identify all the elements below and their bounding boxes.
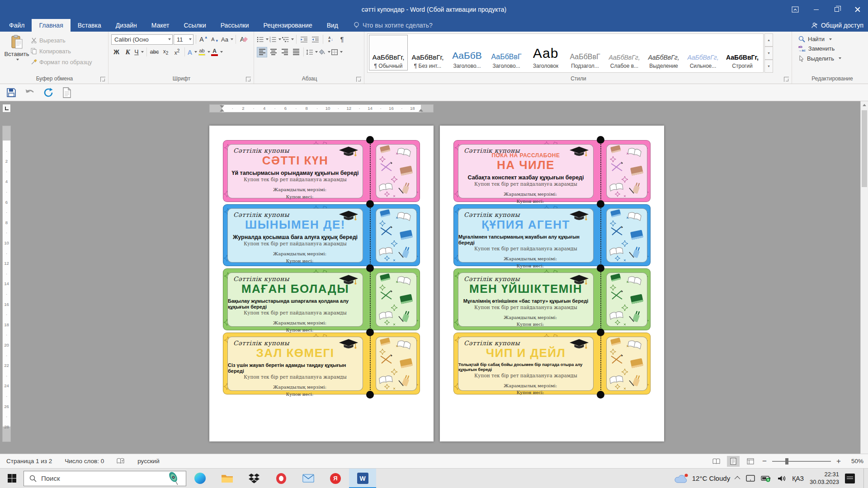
tab-файл[interactable]: Файл (2, 19, 32, 32)
read-mode-button[interactable] (710, 456, 722, 467)
start-button[interactable] (0, 469, 24, 488)
restore-button[interactable] (826, 0, 847, 19)
style-gallery-item[interactable]: АаБбВвГ Подзагол... (566, 35, 604, 70)
tell-me-box[interactable]: Что вы хотите сделать? (354, 19, 433, 32)
subscript-button[interactable]: х2 (160, 47, 171, 57)
styles-more-button[interactable]: ▼ (764, 60, 773, 73)
style-gallery-item[interactable]: АаБбВвГг, Строгий (723, 35, 762, 70)
format-painter-button[interactable]: Формат по образцу (31, 57, 92, 66)
paragraph-dialog-launcher[interactable] (356, 77, 361, 82)
scroll-up-arrow[interactable] (861, 101, 868, 108)
proofing-icon[interactable] (117, 458, 125, 465)
taskbar-yandex-button[interactable]: Я (322, 469, 349, 488)
font-color-button[interactable]: А (211, 47, 223, 57)
vertical-ruler[interactable]: ·2·4·6·8·10·12·14·16·18·20·22·24·26·28 (2, 126, 11, 442)
tablet-mode-icon[interactable] (746, 475, 755, 482)
ribbon-display-options-button[interactable] (785, 0, 806, 19)
weather-widget[interactable]: 12°C Cloudy (674, 474, 730, 483)
taskbar-word-button[interactable]: W (349, 469, 376, 488)
horizontal-ruler[interactable]: ·2·4·6·8·10·12·14·16·18 (209, 104, 434, 113)
clipboard-dialog-launcher[interactable] (100, 77, 105, 82)
align-center-button[interactable] (268, 47, 278, 57)
cut-button[interactable]: Вырезать (31, 36, 92, 45)
shading-button[interactable] (319, 47, 330, 57)
italic-button[interactable]: К (123, 47, 133, 57)
taskbar-search-input[interactable]: Поиск (24, 471, 186, 486)
borders-button[interactable] (331, 47, 343, 57)
taskbar-file-explorer-button[interactable] (213, 469, 241, 488)
tab-stop-selector[interactable] (2, 104, 11, 113)
copy-button[interactable]: Копировать (31, 47, 92, 56)
font-family-combo[interactable]: Calibri (Осно (111, 34, 173, 45)
taskbar-opera-button[interactable] (268, 469, 295, 488)
style-gallery-item[interactable]: АаБбВвГг, Сильное... (684, 35, 722, 70)
style-gallery-item[interactable]: АаБбВ Заголово... (448, 35, 486, 70)
underline-button[interactable]: Ч (134, 47, 144, 57)
coupon-green-page1[interactable]: Сәттілік купоны МАҒАН БОЛАДЫ Бақылау жұм… (223, 268, 420, 330)
align-right-button[interactable] (279, 47, 290, 57)
zoom-slider-thumb[interactable] (785, 458, 788, 465)
style-gallery-item[interactable]: Ааb Заголовок (526, 35, 565, 70)
change-case-button[interactable]: Аа (221, 34, 233, 45)
speaker-volume-icon[interactable] (778, 475, 786, 482)
style-gallery-item[interactable]: АаБбВвГг, Слабое в... (605, 35, 644, 70)
undo-icon[interactable] (24, 88, 35, 97)
coupon-yellow-page2[interactable]: Сәттілік купоны ЧИП И ДЕЙЛ Толықтай бір … (453, 333, 651, 394)
clear-formatting-button[interactable]: А (238, 34, 249, 45)
coupon-pink-page2[interactable]: Сәттілік купоны ПОКА НА РАССЛАБОНЕ НА ЧИ… (453, 140, 651, 202)
styles-scroll-up-button[interactable]: ▲ (764, 33, 773, 47)
style-gallery-item[interactable]: АаБбВвГг, ¶ Без инт... (408, 35, 447, 70)
tab-ссылки[interactable]: Ссылки (176, 19, 213, 32)
justify-button[interactable] (291, 47, 301, 57)
bullets-button[interactable] (257, 34, 269, 45)
taskbar-edge-button[interactable] (186, 469, 213, 488)
paste-button[interactable]: Вставить (3, 33, 31, 66)
tab-дизайн[interactable]: Дизайн (108, 19, 144, 32)
document-page-1[interactable]: Сәттілік купоны СӘТТІ КҮН Үй тапсырмасын… (209, 126, 434, 441)
multilevel-list-button[interactable] (282, 34, 294, 45)
zoom-out-button[interactable]: − (761, 457, 768, 465)
tab-рецензирование[interactable]: Рецензирование (256, 19, 320, 32)
show-desktop-button[interactable] (863, 469, 866, 488)
line-spacing-button[interactable] (306, 47, 318, 57)
scrollbar-thumb[interactable] (862, 110, 867, 187)
coupon-green-page2[interactable]: Сәттілік купоны МЕН ҮЙШІКТЕМІН Мұғалімні… (453, 268, 651, 330)
first-line-indent-marker[interactable] (220, 105, 224, 108)
increase-indent-button[interactable] (310, 34, 321, 45)
replace-button[interactable]: ab→ac Заменить (798, 45, 866, 52)
input-language-indicator[interactable]: ҚАЗ (792, 475, 804, 482)
style-gallery-item[interactable]: АаБбВвГг, Выделение (644, 35, 683, 70)
tab-рассылки[interactable]: Рассылки (213, 19, 256, 32)
battery-charging-icon[interactable] (761, 475, 772, 482)
coupon-yellow-page1[interactable]: Сәттілік купоны ЗАЛ КӨМЕГІ Сіз үшін жауа… (223, 333, 420, 394)
taskbar-mail-button[interactable] (295, 469, 322, 488)
language-indicator[interactable]: русский (137, 458, 159, 465)
print-layout-button[interactable] (727, 456, 740, 467)
zoom-level[interactable]: 50% (846, 458, 863, 465)
hanging-indent-marker[interactable] (220, 109, 224, 112)
coupon-pink-page1[interactable]: Сәттілік купоны СӘТТІ КҮН Үй тапсырмасын… (223, 140, 420, 202)
document-mode-icon[interactable] (62, 87, 71, 98)
taskbar-dropbox-button[interactable] (241, 469, 268, 488)
tab-макет[interactable]: Макет (144, 19, 177, 32)
decrease-indent-button[interactable] (299, 34, 309, 45)
show-hidden-icons-chevron[interactable] (735, 476, 741, 482)
vertical-scrollbar[interactable] (860, 101, 868, 454)
right-indent-marker[interactable] (419, 109, 423, 112)
share-button[interactable]: Общий доступ (811, 19, 863, 32)
styles-scroll-down-button[interactable]: ▼ (764, 47, 773, 60)
document-page-2[interactable]: Сәттілік купоны ПОКА НА РАССЛАБОНЕ НА ЧИ… (440, 126, 664, 441)
style-gallery-item[interactable]: АаБбВвГ Заголово... (487, 35, 526, 70)
numbering-button[interactable]: 123 (269, 34, 281, 45)
find-button[interactable]: Найти (798, 36, 866, 42)
select-button[interactable]: Выделить (798, 55, 866, 62)
bold-button[interactable]: Ж (111, 47, 122, 57)
superscript-button[interactable]: х2 (172, 47, 182, 57)
page-indicator[interactable]: Страница 1 из 2 (6, 458, 52, 465)
tab-главная[interactable]: Главная (32, 19, 70, 32)
redo-icon[interactable] (43, 87, 54, 98)
tab-вставка[interactable]: Вставка (71, 19, 108, 32)
sort-button[interactable]: Ая↓ (326, 34, 336, 45)
close-button[interactable] (847, 0, 868, 19)
tab-вид[interactable]: Вид (320, 19, 345, 32)
